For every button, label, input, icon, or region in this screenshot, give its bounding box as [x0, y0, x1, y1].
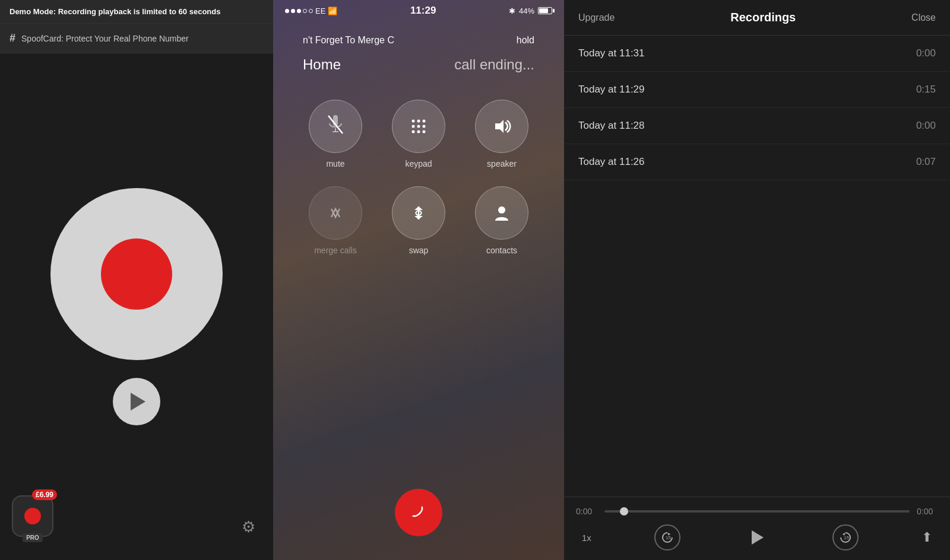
- settings-icon[interactable]: ⚙: [242, 518, 255, 536]
- battery-percent: 44%: [519, 7, 534, 15]
- playback-area: 0:00 0:00 1x 15 15: [564, 497, 950, 560]
- recordings-header: Upgrade Recordings Close: [564, 0, 950, 36]
- svg-point-9: [423, 125, 426, 128]
- call-home-text: Home: [303, 56, 341, 73]
- spoofcard-label: SpoofCard: Protect Your Real Phone Numbe…: [21, 34, 189, 43]
- end-time: 0:00: [917, 507, 938, 516]
- skip-forward-button[interactable]: 15: [832, 524, 859, 551]
- playback-play-button[interactable]: [743, 524, 770, 551]
- signal-dot-2: [291, 9, 295, 13]
- svg-marker-13: [495, 120, 504, 133]
- svg-point-4: [412, 120, 415, 123]
- merge-icon: [327, 204, 344, 222]
- svg-point-5: [417, 120, 420, 123]
- signal-dot-1: [285, 9, 289, 13]
- keypad-button[interactable]: keypad: [392, 100, 445, 168]
- pro-label: PRO: [23, 533, 43, 542]
- svg-point-12: [423, 131, 426, 133]
- recording-duration: 0:00: [916, 120, 936, 132]
- recording-timestamp: Today at 11:31: [578, 47, 645, 59]
- svg-text:15: 15: [844, 535, 849, 540]
- swap-label: swap: [409, 246, 429, 255]
- battery-icon: [538, 7, 552, 14]
- left-panel: Demo Mode: Recording playback is limited…: [0, 0, 273, 560]
- pro-icon: [12, 495, 53, 537]
- recording-duration: 0:15: [916, 84, 936, 96]
- battery-fill: [539, 8, 548, 13]
- skip-back-button[interactable]: 15: [654, 524, 680, 551]
- call-ending-text: call ending...: [454, 56, 534, 73]
- share-button[interactable]: ⬆: [922, 530, 932, 545]
- contacts-button[interactable]: contacts: [475, 186, 528, 255]
- signal-dots: [285, 9, 313, 13]
- keypad-circle: [392, 100, 445, 153]
- call-buttons-row-2: merge calls swap: [309, 186, 528, 255]
- recording-timestamp: Today at 11:28: [578, 120, 645, 132]
- record-button[interactable]: [50, 188, 223, 360]
- demo-message: Recording playback is limited to 60 seco…: [58, 7, 221, 16]
- svg-point-10: [412, 131, 415, 133]
- merge-circle: [309, 186, 362, 240]
- play-triangle-icon: [131, 393, 145, 411]
- swap-button[interactable]: swap: [392, 186, 445, 255]
- keypad-label: keypad: [405, 159, 432, 168]
- playback-speed[interactable]: 1x: [582, 533, 591, 543]
- call-buttons-grid: mute keypad: [273, 88, 564, 477]
- upgrade-button[interactable]: Upgrade: [578, 12, 615, 23]
- pro-price: £6.99: [32, 489, 57, 500]
- svg-text:15: 15: [666, 535, 671, 540]
- demo-banner: Demo Mode: Recording playback is limited…: [0, 0, 273, 24]
- call-bottom-row: Home call ending...: [285, 53, 552, 76]
- wifi-icon: 📶: [328, 7, 337, 15]
- status-bar: EE 📶 11:29 ✱ 44%: [273, 0, 564, 21]
- svg-point-7: [412, 125, 415, 128]
- skip-back-icon: 15: [660, 530, 674, 545]
- playback-play-icon: [752, 530, 764, 545]
- signal-dot-4: [303, 9, 307, 13]
- recording-item[interactable]: Today at 11:29 0:15: [564, 72, 950, 108]
- svg-point-8: [417, 125, 420, 128]
- hash-icon: #: [10, 32, 15, 44]
- phone-screen: EE 📶 11:29 ✱ 44% n't Forget To Merge C h…: [273, 0, 564, 560]
- end-call-button[interactable]: [385, 479, 452, 546]
- demo-bold-text: Demo Mode:: [10, 7, 56, 16]
- speaker-circle: [475, 100, 528, 153]
- end-call-area: [273, 477, 564, 560]
- recording-item[interactable]: Today at 11:28 0:00: [564, 108, 950, 144]
- pro-badge[interactable]: £6.99 PRO: [12, 489, 53, 542]
- close-button[interactable]: Close: [911, 12, 936, 23]
- call-hold-text: hold: [517, 35, 534, 46]
- carrier-label: EE: [315, 7, 325, 15]
- merge-label: merge calls: [314, 246, 357, 255]
- svg-point-14: [498, 206, 505, 214]
- recordings-panel: Upgrade Recordings Close Today at 11:31 …: [564, 0, 950, 560]
- contacts-icon: [493, 204, 511, 222]
- contacts-circle: [475, 186, 528, 240]
- keypad-icon: [410, 118, 427, 135]
- recording-item[interactable]: Today at 11:26 0:07: [564, 144, 950, 180]
- svg-point-11: [417, 131, 420, 133]
- recording-duration: 0:00: [916, 47, 936, 59]
- swap-circle: [392, 186, 445, 240]
- speaker-icon: [492, 117, 512, 135]
- speaker-label: speaker: [487, 159, 517, 168]
- call-info: n't Forget To Merge C hold Home call end…: [273, 21, 564, 88]
- progress-bar[interactable]: [604, 510, 910, 513]
- recording-timestamp: Today at 11:29: [578, 84, 645, 96]
- playback-progress: 0:00 0:00: [576, 507, 938, 516]
- playback-controls: 1x 15 15 ⬆: [576, 524, 938, 551]
- battery-area: ✱ 44%: [509, 7, 552, 15]
- record-dot: [101, 238, 172, 310]
- play-button[interactable]: [113, 378, 160, 425]
- spoofcard-banner[interactable]: # SpoofCard: Protect Your Real Phone Num…: [0, 24, 273, 53]
- progress-thumb: [620, 507, 628, 516]
- mute-circle: [309, 100, 362, 153]
- recordings-title: Recordings: [730, 11, 796, 24]
- current-time: 0:00: [576, 507, 597, 516]
- merge-button[interactable]: merge calls: [309, 186, 362, 255]
- recording-item[interactable]: Today at 11:31 0:00: [564, 36, 950, 72]
- speaker-button[interactable]: speaker: [475, 100, 528, 168]
- mute-button[interactable]: mute: [309, 100, 362, 168]
- clock: 11:29: [410, 5, 436, 17]
- signal-dot-5: [309, 9, 313, 13]
